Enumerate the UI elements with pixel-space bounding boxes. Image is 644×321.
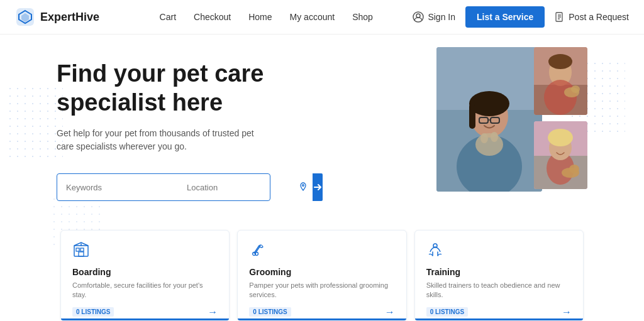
svg-rect-10 [469,104,475,129]
svg-point-4 [303,184,304,186]
logo-text: ExpertHive [40,11,99,24]
service-card-boarding: Boarding Comfortable, secure facilities … [60,230,230,321]
svg-point-31 [569,165,579,173]
boarding-desc: Comfortable, secure facilities for your … [72,281,218,300]
boarding-title: Boarding [72,267,218,277]
sign-in-button[interactable]: Sign In [413,11,455,23]
training-title: Training [426,267,572,277]
search-submit-button[interactable] [313,173,323,201]
location-icon [299,182,313,193]
nav-shop[interactable]: Shop [352,12,373,22]
grooming-desc: Pamper your pets with professional groom… [249,281,394,300]
logo-icon [15,7,35,27]
post-request-label: Post a Request [569,12,629,22]
svg-point-16 [491,132,498,142]
service-cards: Boarding Comfortable, secure facilities … [0,230,644,321]
svg-rect-35 [79,252,84,256]
search-bar [57,173,270,201]
grooming-listings[interactable]: 0 LISTINGS [249,307,291,317]
nav-checkout[interactable]: Checkout [194,12,231,22]
svg-point-29 [548,129,573,146]
main-content: Find your pet care specialist here Get h… [0,35,644,321]
nav-my-account[interactable]: My account [290,12,335,22]
svg-point-2 [416,14,420,18]
service-card-grooming: Grooming Pamper your pets with professio… [237,230,406,321]
hero-content: Find your pet care specialist here Get h… [57,60,321,201]
sign-in-label: Sign In [428,12,455,22]
arrow-right-icon [313,182,323,192]
hero-subtitle: Get help for your pet from thousands of … [57,127,270,153]
main-nav: Cart Checkout Home My account Shop [119,12,413,22]
training-listings[interactable]: 0 LISTINGS [426,307,468,317]
training-arrow[interactable]: → [562,307,572,318]
svg-point-15 [480,133,488,143]
search-keywords-input[interactable] [57,174,180,200]
hero-title: Find your pet care specialist here [57,60,321,117]
svg-point-20 [548,54,572,69]
boarding-arrow[interactable]: → [208,307,218,318]
grooming-footer: 0 LISTINGS → [249,307,394,318]
svg-point-14 [475,133,503,156]
search-location-input[interactable] [180,174,299,200]
svg-rect-34 [80,248,84,251]
service-card-training: Training Skilled trainers to teach obedi… [414,230,584,321]
list-service-button[interactable]: List a Service [465,6,545,28]
nav-home[interactable]: Home [248,12,272,22]
grooming-title: Grooming [249,267,394,277]
hero-images [424,47,587,223]
header: ExpertHive Cart Checkout Home My account… [0,0,644,35]
hero-image-main [436,47,542,192]
training-icon [426,241,572,262]
boarding-footer: 0 LISTINGS → [72,307,218,318]
training-footer: 0 LISTINGS → [426,307,572,318]
hero-image-bottom-right [534,121,587,189]
document-icon [555,12,565,22]
user-circle-icon [413,11,424,23]
dots-decoration-left [6,85,63,160]
grooming-arrow[interactable]: → [385,307,395,318]
training-desc: Skilled trainers to teach obedience and … [426,281,572,300]
logo[interactable]: ExpertHive [15,7,99,27]
svg-point-23 [571,85,580,93]
boarding-listings[interactable]: 0 LISTINGS [72,307,114,317]
svg-rect-33 [76,248,79,251]
grooming-icon [249,241,394,262]
nav-cart[interactable]: Cart [160,12,176,22]
boarding-icon [72,241,218,262]
hero-image-top-right [534,47,587,115]
header-right: Sign In List a Service Post a Request [413,6,629,28]
post-request-button[interactable]: Post a Request [555,12,629,22]
svg-point-21 [544,80,577,115]
